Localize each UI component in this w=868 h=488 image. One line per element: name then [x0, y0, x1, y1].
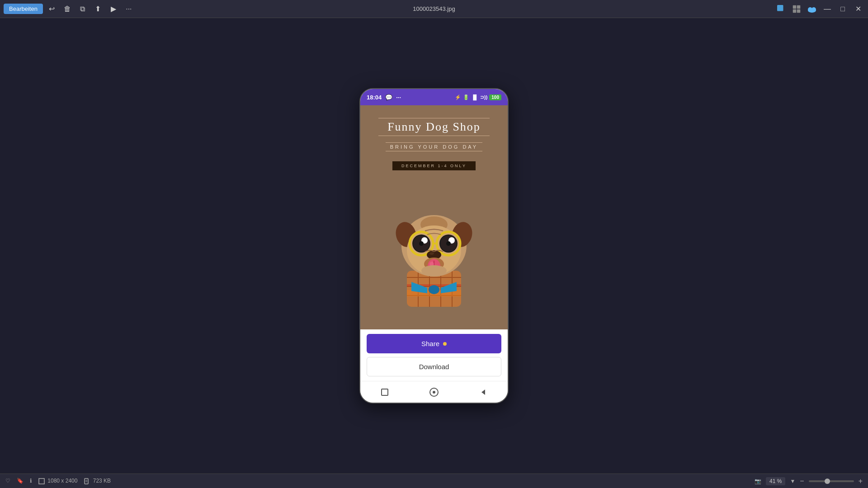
svg-rect-46: [382, 389, 388, 395]
zoom-percent: 41 %: [766, 477, 785, 485]
maximize-button[interactable]: □: [836, 3, 849, 15]
svg-point-40: [429, 252, 434, 255]
bottom-right-zoom: 📷 41 % ▼ − +: [755, 477, 863, 485]
svg-rect-1: [793, 5, 797, 9]
cloud-icon[interactable]: [806, 3, 818, 15]
phone-mockup: 18:04 💬 ··· ⚡ 🔋 ▐▌ ⊃)) 100 Funny Dog Sho…: [359, 88, 509, 404]
date-badge: DECEMBER 1-4 ONLY: [392, 161, 476, 170]
svg-rect-2: [797, 5, 801, 9]
svg-point-20: [429, 285, 439, 294]
battery-icon: 🔋: [463, 94, 469, 100]
info-icon: ℹ: [30, 478, 32, 484]
play-button[interactable]: ▶: [107, 3, 120, 15]
heart-icon: ♡: [5, 478, 10, 484]
grid-icon[interactable]: [790, 3, 803, 15]
shop-title-area: Funny Dog Shop BRING YOUR DOG DAY: [360, 105, 508, 156]
zoom-plus-button[interactable]: +: [859, 477, 863, 485]
wifi-icon: ⊃)): [480, 94, 487, 100]
bottom-left-info: ♡ 🔖 ℹ 1080 x 2400 723 KB: [5, 478, 111, 484]
nav-back-button[interactable]: [475, 384, 491, 400]
top-toolbar: Bearbeiten ↩ 🗑 ⧉ ⬆ ▶ ··· 1000023543.jpg …: [0, 0, 868, 18]
svg-marker-49: [481, 389, 485, 395]
shop-title: Funny Dog Shop: [369, 118, 499, 136]
svg-rect-3: [793, 9, 797, 13]
svg-rect-50: [39, 479, 44, 484]
export-button[interactable]: ⬆: [92, 3, 104, 15]
zoom-minus-button[interactable]: −: [800, 477, 804, 485]
copy-button[interactable]: ⧉: [76, 3, 89, 15]
phone-image-area: Funny Dog Shop BRING YOUR DOG DAY DECEMB…: [360, 105, 508, 329]
phone-bottom: Share Download: [360, 329, 508, 381]
more-button[interactable]: ···: [123, 3, 135, 15]
phone-status-bar: 18:04 💬 ··· ⚡ 🔋 ▐▌ ⊃)) 100: [360, 89, 508, 105]
nav-home-button[interactable]: [426, 384, 442, 400]
star-icon[interactable]: [775, 3, 788, 15]
svg-rect-4: [797, 9, 801, 13]
phone-nav-bar: [360, 381, 508, 403]
svg-point-48: [433, 391, 435, 394]
share-cursor-indicator: [443, 342, 447, 346]
delete-button[interactable]: 🗑: [61, 3, 74, 15]
dimensions-info: 1080 x 2400: [38, 478, 77, 484]
whatsapp-icon: 💬: [385, 94, 392, 101]
undo-button[interactable]: ↩: [46, 3, 58, 15]
close-button[interactable]: ✕: [852, 3, 864, 15]
status-more-icon: ···: [396, 94, 401, 101]
image-content: Funny Dog Shop BRING YOUR DOG DAY DECEMB…: [360, 105, 508, 329]
nav-square-button[interactable]: [377, 384, 393, 400]
svg-rect-0: [777, 5, 783, 11]
main-content: 18:04 💬 ··· ⚡ 🔋 ▐▌ ⊃)) 100 Funny Dog Sho…: [0, 18, 868, 474]
minimize-button[interactable]: —: [821, 3, 834, 15]
battery-full-icon: 100: [489, 94, 501, 100]
zoom-dropdown-icon[interactable]: ▼: [790, 478, 795, 484]
toolbar-right-icons: — □ ✕: [775, 3, 864, 15]
bottom-statusbar: ♡ 🔖 ℹ 1080 x 2400 723 KB 📷 41 % ▼ − +: [0, 474, 868, 488]
zoom-slider[interactable]: [809, 480, 854, 482]
svg-point-32: [419, 241, 424, 246]
camera-icon: 📷: [755, 478, 761, 484]
svg-point-37: [446, 241, 451, 246]
share-button[interactable]: Share: [367, 334, 501, 353]
edit-button[interactable]: Bearbeiten: [4, 4, 43, 14]
download-button[interactable]: Download: [367, 357, 501, 376]
bluetooth-icon: ⚡: [455, 94, 461, 100]
svg-point-7: [811, 7, 816, 12]
signal-bars: ▐▌: [471, 94, 478, 100]
svg-point-45: [421, 265, 447, 276]
file-size-info: 723 KB: [84, 478, 111, 484]
pug-illustration: [360, 176, 508, 329]
bookmark-icon: 🔖: [17, 478, 24, 484]
window-title: 1000023543.jpg: [413, 5, 455, 12]
svg-rect-51: [85, 479, 88, 484]
phone-time: 18:04: [367, 94, 382, 101]
zoom-thumb: [825, 479, 830, 484]
